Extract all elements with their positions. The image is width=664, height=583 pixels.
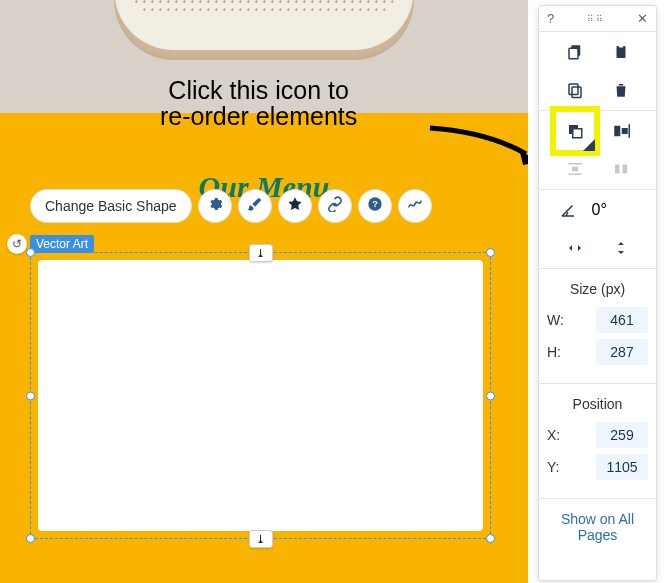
layers-order-icon [566,122,584,140]
y-label: Y: [547,459,569,475]
arrange-section [539,111,656,190]
resize-handle-top-left[interactable] [26,248,35,257]
svg-rect-3 [569,48,578,59]
height-label: H: [547,344,569,360]
rotate-button[interactable] [558,200,578,220]
match-size-icon [612,160,630,178]
arrange-button[interactable] [565,121,585,141]
svg-rect-7 [572,87,581,98]
svg-rect-17 [622,165,627,174]
width-label: W: [547,312,569,328]
stretch-handle-bottom[interactable]: ⤓ [249,530,273,548]
squiggle-icon [407,196,423,216]
clipboard-section [539,32,656,111]
rotate-flip-section: 0° [539,190,656,269]
align-icon [612,122,630,140]
settings-button[interactable] [198,189,232,223]
panel-close-button[interactable]: ✕ [637,11,648,26]
position-title: Position [547,396,648,412]
size-section: Size (px) W: 461 H: 287 [539,269,656,384]
path-button[interactable] [398,189,432,223]
svg-rect-5 [618,45,623,48]
design-button[interactable] [238,189,272,223]
paste-icon [612,43,630,61]
scalloped-rectangle-shape [38,260,483,531]
resize-handle-bottom-left[interactable] [26,534,35,543]
flip-vertical-button[interactable] [611,238,631,258]
dropdown-indicator-icon [583,139,595,151]
svg-rect-10 [614,126,620,137]
show-on-all-pages-link[interactable]: Show on All Pages [539,499,656,555]
link-button[interactable] [318,189,352,223]
undo-icon: ↺ [12,237,22,251]
y-input[interactable]: 1105 [596,454,648,480]
annotation-line2: re-order elements [160,102,357,130]
annotation-arrow [428,120,528,170]
gear-icon [207,196,223,216]
svg-rect-6 [569,84,578,95]
resize-handle-middle-right[interactable] [486,391,495,400]
x-label: X: [547,427,569,443]
svg-rect-11 [621,128,627,134]
editor-canvas: Click this icon to re-order elements Our… [0,0,528,583]
copy-icon [566,43,584,61]
svg-rect-14 [572,167,578,172]
flip-horizontal-button[interactable] [565,238,585,258]
position-section: Position X: 259 Y: 1105 [539,384,656,499]
stretch-handle-top[interactable]: ⤓ [249,244,273,262]
help-button[interactable]: ? [358,189,392,223]
flip-vertical-icon [612,239,630,257]
resize-handle-top-right[interactable] [486,248,495,257]
panel-help-button[interactable]: ? [547,11,554,26]
align-button[interactable] [611,121,631,141]
svg-rect-4 [616,46,625,58]
angle-icon [559,201,577,219]
width-input[interactable]: 461 [596,307,648,333]
distribute-icon [566,160,584,178]
selection-type-label: Vector Art [30,235,94,253]
svg-text:?: ? [372,199,378,209]
height-input[interactable]: 287 [596,339,648,365]
delete-button[interactable] [611,80,631,100]
paste-button[interactable] [611,42,631,62]
tutorial-annotation: Click this icon to re-order elements [160,77,357,130]
link-icon [327,196,343,216]
stretch-icon: ⤓ [256,247,265,260]
copy-button[interactable] [565,42,585,62]
selected-shape[interactable]: ⤓ ⤓ [30,252,491,539]
annotation-line1: Click this icon to [168,76,349,104]
distribute-button [565,159,585,179]
panel-drag-handle[interactable]: ⠿⠿ [587,14,605,24]
resize-handle-middle-left[interactable] [26,391,35,400]
animation-icon [287,196,303,216]
undo-button[interactable]: ↺ [7,234,27,254]
element-floating-toolbar: Change Basic Shape ? [30,189,432,223]
flip-horizontal-icon [566,239,584,257]
duplicate-icon [566,81,584,99]
bowl-image [114,0,414,60]
svg-rect-16 [615,165,620,174]
properties-panel: ? ⠿⠿ ✕ 0° [538,5,657,581]
duplicate-button[interactable] [565,80,585,100]
stretch-icon: ⤓ [256,533,265,546]
rotation-input[interactable]: 0° [592,201,638,219]
panel-header: ? ⠿⠿ ✕ [539,6,656,32]
x-input[interactable]: 259 [596,422,648,448]
match-size-button [611,159,631,179]
help-icon: ? [367,196,383,216]
svg-rect-9 [572,129,581,138]
paintbrush-icon [247,196,263,216]
size-title: Size (px) [547,281,648,297]
resize-handle-bottom-right[interactable] [486,534,495,543]
change-basic-shape-button[interactable]: Change Basic Shape [30,189,192,223]
animation-button[interactable] [278,189,312,223]
trash-icon [612,81,630,99]
